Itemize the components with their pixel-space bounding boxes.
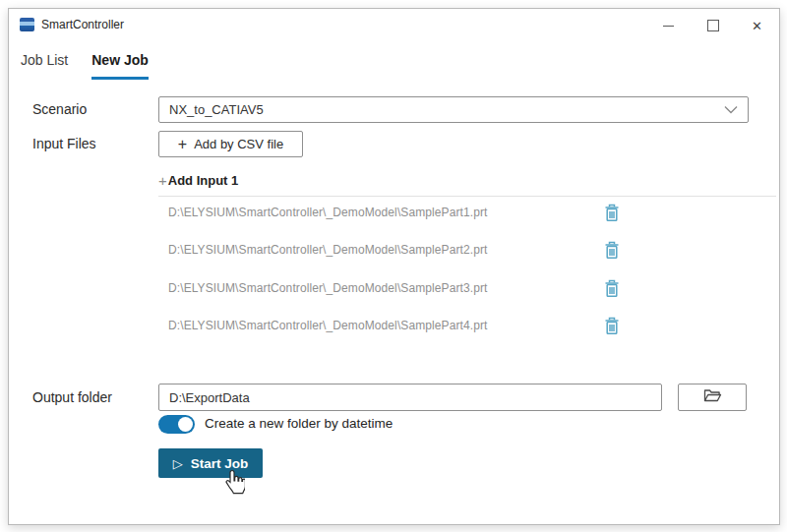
- start-job-button[interactable]: ▷ Start Job: [158, 448, 263, 478]
- input-files-label: Input Files: [32, 136, 96, 151]
- add-by-csv-button[interactable]: + Add by CSV file: [158, 131, 303, 157]
- browse-folder-button[interactable]: [678, 384, 747, 411]
- open-folder-icon: [703, 388, 722, 406]
- toggle-knob: [178, 417, 193, 432]
- maximize-icon: [707, 20, 719, 31]
- datetime-folder-toggle[interactable]: [158, 415, 195, 434]
- minimize-icon: [663, 26, 674, 27]
- tab-job-list[interactable]: Job List: [21, 52, 68, 80]
- scenario-value: NX_to_CATIAV5: [169, 102, 724, 117]
- tab-new-job[interactable]: New Job: [91, 52, 149, 80]
- add-input-label: Add Input 1: [168, 173, 239, 188]
- app-logo-icon: [20, 18, 34, 31]
- file-row: D:\ELYSIUM\SmartController\_DemoModel\Sa…: [158, 203, 621, 222]
- title-bar[interactable]: SmartController ✕: [9, 9, 779, 42]
- plus-icon: +: [158, 173, 167, 188]
- trash-icon[interactable]: [603, 203, 621, 222]
- add-by-csv-label: Add by CSV file: [194, 137, 283, 151]
- section-divider: [158, 196, 776, 197]
- file-path: D:\ELYSIUM\SmartController\_DemoModel\Sa…: [158, 319, 488, 332]
- chevron-down-icon: [724, 105, 738, 114]
- output-folder-label: Output folder: [32, 389, 112, 405]
- tab-bar: Job List New Job: [21, 52, 149, 80]
- plus-icon: +: [178, 137, 187, 152]
- trash-icon[interactable]: [603, 240, 621, 260]
- app-window: SmartController ✕ Job List New Job Scena…: [8, 8, 780, 525]
- mouse-cursor-icon: [221, 469, 245, 497]
- scenario-label: Scenario: [32, 101, 87, 117]
- maximize-button[interactable]: [691, 9, 735, 42]
- trash-icon[interactable]: [603, 278, 621, 298]
- file-row: D:\ELYSIUM\SmartController\_DemoModel\Sa…: [158, 278, 621, 298]
- minimize-button[interactable]: [646, 9, 691, 42]
- datetime-folder-toggle-label: Create a new folder by datetime: [205, 416, 393, 431]
- window-title: SmartController: [41, 18, 124, 31]
- file-path: D:\ELYSIUM\SmartController\_DemoModel\Sa…: [158, 206, 488, 219]
- output-folder-input[interactable]: [158, 384, 662, 411]
- file-path: D:\ELYSIUM\SmartController\_DemoModel\Sa…: [158, 281, 488, 295]
- close-button[interactable]: ✕: [735, 9, 779, 42]
- add-input-button[interactable]: + Add Input 1: [158, 173, 238, 188]
- file-row: D:\ELYSIUM\SmartController\_DemoModel\Sa…: [158, 316, 621, 335]
- scenario-dropdown[interactable]: NX_to_CATIAV5: [158, 96, 749, 123]
- play-icon: ▷: [173, 457, 183, 470]
- file-path: D:\ELYSIUM\SmartController\_DemoModel\Sa…: [158, 243, 488, 257]
- file-row: D:\ELYSIUM\SmartController\_DemoModel\Sa…: [158, 240, 621, 260]
- close-icon: ✕: [752, 20, 762, 32]
- trash-icon[interactable]: [603, 316, 621, 335]
